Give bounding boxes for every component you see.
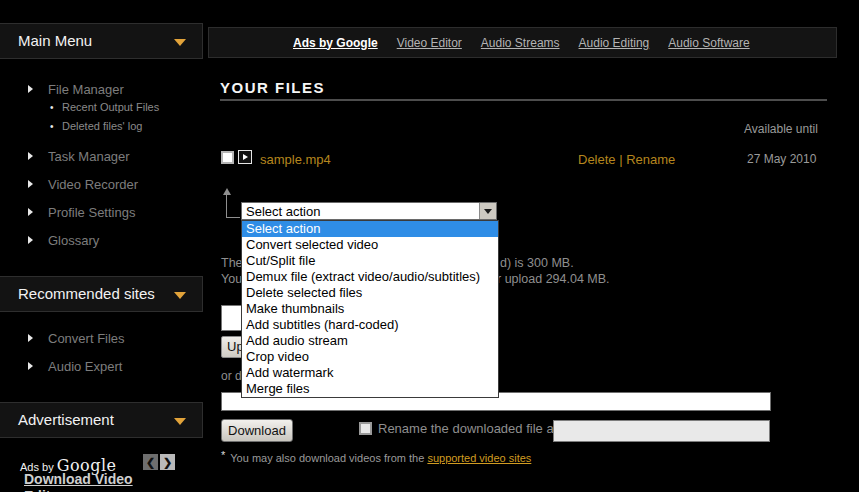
nav-link-ads-by-google[interactable]: Ads by Google (293, 36, 378, 50)
sidebar-item-task-manager[interactable]: Task Manager (0, 149, 203, 165)
nav-link-video-editor[interactable]: Video Editor (397, 36, 462, 50)
action-select-value: Select action (246, 204, 320, 219)
nav-link-audio-software[interactable]: Audio Software (668, 36, 749, 50)
ad-link-line2[interactable]: Editor (24, 488, 64, 492)
dropdown-option-select-action[interactable]: Select action (242, 221, 498, 237)
download-button[interactable]: Download (221, 419, 293, 442)
footnote-text: You may also download videos from the (230, 452, 427, 464)
dropdown-option-convert-selected-video[interactable]: Convert selected video (242, 237, 498, 253)
delete-link[interactable]: Delete (578, 152, 616, 167)
select-dropdown-button[interactable] (479, 203, 496, 219)
arrow-right-icon (28, 85, 33, 93)
dropdown-option-crop-video[interactable]: Crop video (242, 349, 498, 365)
arrow-line-vertical (226, 194, 227, 218)
sidebar-item-glossary[interactable]: Glossary (0, 233, 203, 249)
arrow-right-icon (28, 152, 33, 160)
chevron-down-icon (174, 418, 186, 425)
arrow-right-icon (28, 362, 33, 370)
supported-video-sites-link[interactable]: supported video sites (427, 452, 531, 464)
arrow-right-icon (28, 208, 33, 216)
arrow-right-icon (28, 236, 33, 244)
play-triangle-icon (243, 154, 248, 160)
nav-link-audio-editing[interactable]: Audio Editing (579, 36, 650, 50)
footnote-asterisk: * (221, 449, 225, 461)
page: Main Menu File Manager • Recent Output F… (0, 0, 859, 492)
rename-checkbox-label: Rename the downloaded file as (378, 421, 560, 436)
dropdown-option-cut-split-file[interactable]: Cut/Split file (242, 253, 498, 269)
or-download-text: or d (221, 369, 242, 383)
dropdown-option-delete-selected-files[interactable]: Delete selected files (242, 285, 498, 301)
chevron-down-icon (174, 39, 186, 46)
arrow-head (223, 188, 231, 195)
sidebar-item-label: Task Manager (48, 149, 130, 164)
file-actions: Delete | Rename (578, 152, 675, 167)
ad-link-download-video[interactable]: Download Video (24, 471, 133, 487)
sidebar-subitem-label: Deleted files' log (62, 120, 142, 132)
play-icon[interactable] (238, 150, 252, 164)
arrow-line-horizontal (226, 217, 240, 218)
sidebar-item-label: Profile Settings (48, 205, 135, 220)
pointer-arrow-icon (222, 188, 240, 219)
chevron-down-icon (174, 292, 186, 299)
sidebar-subitem-recent-output-files[interactable]: • Recent Output Files (0, 101, 203, 114)
title-divider (220, 99, 827, 101)
available-until-label: Available until (744, 122, 818, 136)
sidebar-header-recommended-sites[interactable]: Recommended sites (0, 276, 203, 312)
sidebar-item-convert-files[interactable]: Convert Files (0, 331, 203, 347)
sidebar-header-advertisement[interactable]: Advertisement (0, 402, 203, 438)
sidebar-item-label: Audio Expert (48, 359, 122, 374)
action-select[interactable]: Select action (241, 202, 497, 220)
size-limit-text-right: d) is 300 MB. (500, 256, 574, 270)
arrow-right-icon (28, 334, 33, 342)
sidebar-item-label: Video Recorder (48, 177, 138, 192)
sidebar-item-label: File Manager (48, 82, 124, 97)
sidebar-item-label: Convert Files (48, 331, 125, 346)
sidebar-subitem-deleted-files-log[interactable]: • Deleted files' log (0, 120, 203, 133)
file-checkbox[interactable] (221, 151, 234, 164)
ad-prev-button[interactable]: ❮ (143, 454, 158, 470)
nav-link-audio-streams[interactable]: Audio Streams (481, 36, 560, 50)
ad-next-button[interactable]: ❯ (160, 454, 175, 470)
bullet-icon: • (50, 102, 54, 113)
main-menu-title: Main Menu (18, 32, 92, 49)
dropdown-option-add-audio-stream[interactable]: Add audio stream (242, 333, 498, 349)
dropdown-option-merge-files[interactable]: Merge files (242, 381, 498, 397)
dropdown-option-demux-file[interactable]: Demux file (extract video/audio/subtitle… (242, 269, 498, 285)
quota-text-right: r upload 294.04 MB. (497, 272, 610, 286)
sidebar-subitem-label: Recent Output Files (62, 101, 159, 113)
sidebar-header-main-menu[interactable]: Main Menu (0, 23, 203, 59)
top-ad-nav: Ads by Google Video Editor Audio Streams… (208, 27, 837, 58)
rename-link[interactable]: Rename (626, 152, 675, 167)
sidebar-item-label: Glossary (48, 233, 99, 248)
size-limit-text-left: The (221, 256, 243, 270)
footnote: *You may also download videos from the s… (221, 449, 531, 464)
dropdown-option-make-thumbnails[interactable]: Make thumbnails (242, 301, 498, 317)
quota-text-left: You (221, 272, 242, 286)
rename-checkbox[interactable] (359, 422, 372, 435)
arrow-right-icon (28, 180, 33, 188)
chevron-down-icon (484, 209, 492, 214)
dropdown-option-add-watermark[interactable]: Add watermark (242, 365, 498, 381)
rename-file-input[interactable] (553, 420, 770, 442)
advertisement-title: Advertisement (18, 411, 114, 428)
sidebar-item-file-manager[interactable]: File Manager (0, 82, 203, 98)
sidebar-item-video-recorder[interactable]: Video Recorder (0, 177, 203, 193)
recommended-sites-title: Recommended sites (18, 285, 155, 302)
file-name[interactable]: sample.mp4 (260, 152, 331, 167)
sidebar-item-profile-settings[interactable]: Profile Settings (0, 205, 203, 221)
action-dropdown-list: Select action Convert selected video Cut… (241, 220, 499, 398)
available-until-date: 27 May 2010 (747, 152, 816, 166)
bullet-icon: • (50, 121, 54, 132)
sidebar-item-audio-expert[interactable]: Audio Expert (0, 359, 203, 375)
page-title: YOUR FILES (220, 79, 325, 96)
dropdown-option-add-subtitles[interactable]: Add subtitles (hard-coded) (242, 317, 498, 333)
action-separator: | (616, 152, 627, 167)
